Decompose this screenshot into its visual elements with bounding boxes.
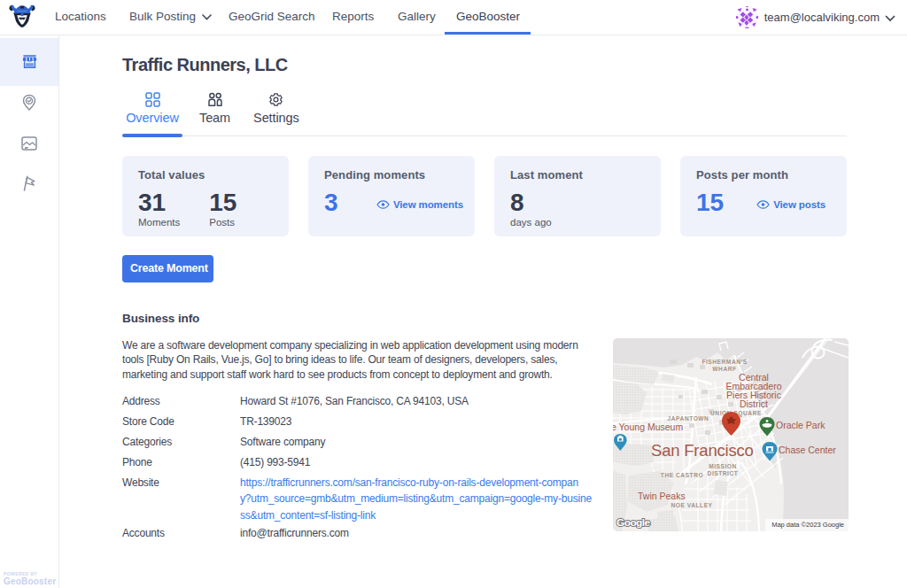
svg-text:MISSION: MISSION xyxy=(709,463,737,469)
svg-text:WHARF: WHARF xyxy=(712,366,736,372)
svg-text:Map data ©2023 Google: Map data ©2023 Google xyxy=(771,521,844,529)
svg-text:Chase Center: Chase Center xyxy=(779,445,836,455)
svg-text:DISTRICT: DISTRICT xyxy=(708,470,739,476)
svg-text:THE CASTRO: THE CASTRO xyxy=(661,472,703,478)
svg-text:NOE VALLEY: NOE VALLEY xyxy=(671,502,712,508)
svg-text:San Francisco: San Francisco xyxy=(651,441,754,460)
svg-text:Oracle Park: Oracle Park xyxy=(776,420,826,430)
svg-text:District: District xyxy=(740,398,768,409)
svg-text:Google: Google xyxy=(616,516,651,529)
svg-text:JAPANTOWN: JAPANTOWN xyxy=(668,415,709,422)
svg-text:FISHERMAN'S: FISHERMAN'S xyxy=(702,359,747,365)
svg-text:Twin Peaks: Twin Peaks xyxy=(638,491,686,501)
svg-text:e Young Museum: e Young Museum xyxy=(613,422,683,432)
